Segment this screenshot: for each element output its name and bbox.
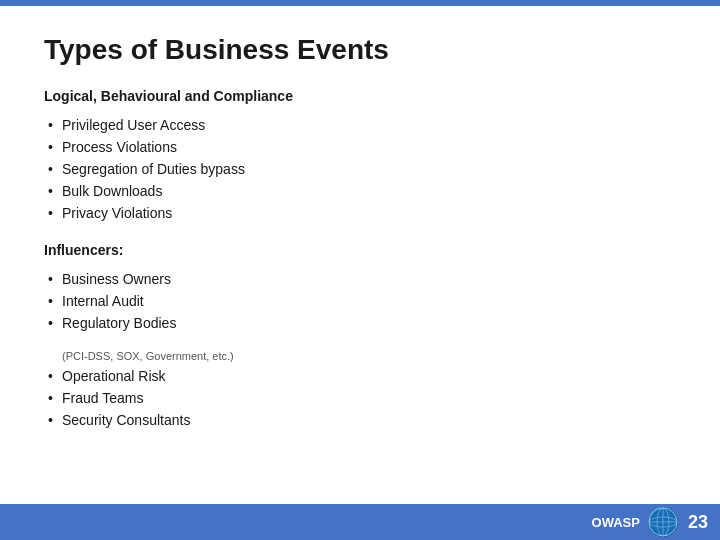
list-item: Fraud Teams: [44, 387, 676, 409]
page-number: 23: [688, 512, 708, 533]
section1-list: Privileged User Access Process Violation…: [44, 114, 676, 224]
page-title: Types of Business Events: [44, 34, 676, 66]
owasp-label: OWASP: [592, 515, 640, 530]
list-item: Internal Audit: [44, 290, 676, 312]
list-item: Privacy Violations: [44, 202, 676, 224]
section2-list: Business Owners Internal Audit Regulator…: [44, 268, 676, 334]
main-content: Types of Business Events Logical, Behavi…: [0, 6, 720, 469]
list-item: Process Violations: [44, 136, 676, 158]
list-item: Operational Risk: [44, 365, 676, 387]
list-item: Segregation of Duties bypass: [44, 158, 676, 180]
list-item: Business Owners: [44, 268, 676, 290]
list-item: Security Consultants: [44, 409, 676, 431]
footer-bar: OWASP 23: [0, 504, 720, 540]
list-item: Regulatory Bodies: [44, 312, 676, 334]
owasp-globe-icon: [648, 507, 678, 537]
regulatory-note: (PCI-DSS, SOX, Government, etc.): [44, 350, 676, 362]
section2-heading: Influencers:: [44, 242, 676, 258]
list-item: Bulk Downloads: [44, 180, 676, 202]
list-item: Privileged User Access: [44, 114, 676, 136]
section2-list-cont: Operational Risk Fraud Teams Security Co…: [44, 365, 676, 431]
section1-heading: Logical, Behavioural and Compliance: [44, 88, 676, 104]
